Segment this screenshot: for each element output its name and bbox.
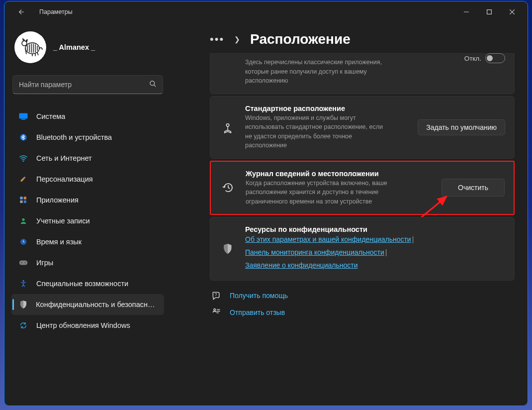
sidebar-item-apps[interactable]: Приложения — [11, 190, 164, 210]
clock-icon — [18, 237, 28, 247]
sidebar-item-time[interactable]: Время и язык — [11, 231, 164, 252]
svg-point-19 — [21, 262, 22, 263]
content: ••• ❯ Расположение Здесь перечислены кла… — [171, 22, 528, 406]
sidebar-item-label: Конфиденциальность и безопасность — [36, 301, 157, 308]
brush-icon — [18, 174, 28, 184]
wifi-icon — [18, 153, 28, 163]
svg-point-16 — [22, 218, 24, 221]
help-label: Получить помощь — [230, 292, 288, 300]
sidebar-item-label: Игры — [36, 259, 53, 267]
chevron-right-icon: ❯ — [234, 35, 240, 43]
sidebar-item-personalization[interactable]: Персонализация — [11, 169, 164, 190]
card-title: Ресурсы по конфиденциальности — [245, 225, 505, 233]
sidebar-item-network[interactable]: Сеть и Интернет — [11, 148, 164, 169]
card-desc: Здесь перечислены классические приложени… — [245, 58, 384, 86]
svg-rect-18 — [19, 261, 28, 265]
sidebar-item-label: Учетные записи — [36, 217, 90, 225]
card-location-history: Журнал сведений о местоположении Когда р… — [210, 161, 515, 215]
svg-rect-9 — [21, 119, 25, 120]
toggle-label: Откл. — [464, 55, 481, 62]
privacy-link-about[interactable]: Об этих параметрах и вашей конфиденциаль… — [245, 235, 411, 243]
avatar — [14, 31, 46, 63]
svg-rect-13 — [24, 197, 26, 199]
user-profile[interactable]: _ Almanex _ — [11, 28, 164, 72]
page-title: Расположение — [250, 31, 351, 47]
history-icon — [222, 181, 235, 194]
sidebar: _ Almanex _ Система Bluetooth и устройст… — [4, 22, 171, 406]
card-privacy-resources: Ресурсы по конфиденциальности Об этих па… — [210, 217, 515, 281]
sidebar-item-label: Приложения — [36, 196, 79, 204]
svg-rect-8 — [19, 113, 28, 119]
back-button[interactable] — [15, 6, 26, 17]
svg-line-7 — [154, 85, 156, 87]
privacy-link-dashboard[interactable]: Панель мониторинга конфиденциальности — [245, 248, 384, 256]
card-classic-apps: Здесь перечислены классические приложени… — [210, 53, 515, 94]
bluetooth-icon — [18, 132, 28, 142]
clear-button[interactable]: Очистить — [442, 179, 505, 197]
svg-point-21 — [22, 280, 24, 282]
card-title: Стандартное расположение — [245, 104, 409, 112]
svg-rect-12 — [20, 197, 22, 199]
sidebar-item-label: Сеть и Интернет — [36, 154, 92, 162]
toggle-row: Откл. — [464, 53, 505, 63]
privacy-link-statement[interactable]: Заявление о конфиденциальности — [245, 261, 357, 269]
sidebar-item-accessibility[interactable]: Специальные возможности — [11, 273, 164, 294]
window-title: Параметры — [39, 8, 73, 15]
svg-point-6 — [150, 81, 155, 85]
sidebar-item-update[interactable]: Центр обновления Windows — [11, 315, 164, 336]
help-icon: ? — [211, 291, 222, 301]
sidebar-item-bluetooth[interactable]: Bluetooth и устройства — [11, 127, 164, 148]
help-link[interactable]: ? Получить помощь — [211, 291, 515, 301]
search-input[interactable] — [19, 81, 144, 89]
sidebar-item-games[interactable]: Игры — [11, 252, 164, 273]
feedback-icon — [211, 308, 222, 317]
maximize-button[interactable] — [478, 4, 501, 20]
svg-point-5 — [22, 41, 27, 46]
card-title: Журнал сведений о местоположении — [246, 170, 433, 178]
sidebar-item-label: Bluetooth и устройства — [36, 133, 112, 141]
breadcrumb: ••• ❯ Расположение — [210, 31, 515, 47]
gamepad-icon — [18, 258, 28, 268]
card-desc: Когда расположение устройства включено, … — [246, 179, 405, 206]
apps-icon — [18, 195, 28, 205]
svg-rect-1 — [487, 10, 492, 14]
sidebar-item-privacy[interactable]: Конфиденциальность и безопасность — [11, 294, 164, 315]
card-desc: Windows, приложения и службы могут испол… — [245, 113, 389, 150]
monitor-icon — [18, 111, 28, 121]
sidebar-item-system[interactable]: Система — [11, 106, 164, 127]
nav: Система Bluetooth и устройства Сеть и Ин… — [11, 106, 164, 336]
sidebar-item-label: Система — [36, 112, 65, 120]
toggle-switch[interactable] — [485, 53, 505, 63]
svg-rect-15 — [24, 201, 26, 203]
search-box[interactable] — [12, 75, 163, 94]
sidebar-item-label: Центр обновления Windows — [36, 321, 130, 329]
feedback-label: Отправить отзыв — [230, 308, 285, 316]
accessibility-icon — [18, 279, 28, 289]
svg-point-26 — [214, 308, 216, 310]
svg-point-22 — [226, 123, 229, 126]
settings-window: Параметры — [4, 1, 528, 406]
card-default-location: Стандартное расположение Windows, прилож… — [210, 96, 515, 159]
shield-outline-icon — [221, 242, 234, 255]
svg-rect-14 — [20, 201, 22, 203]
feedback-link[interactable]: Отправить отзыв — [211, 308, 515, 317]
sidebar-item-label: Время и язык — [36, 238, 82, 246]
sync-icon — [18, 320, 28, 330]
shield-icon — [18, 300, 28, 309]
svg-point-20 — [25, 262, 26, 263]
svg-text:?: ? — [215, 292, 217, 297]
close-button[interactable] — [501, 4, 524, 20]
search-icon — [149, 80, 157, 90]
sidebar-item-label: Специальные возможности — [36, 280, 128, 288]
set-default-button[interactable]: Задать по умолчанию — [418, 119, 505, 135]
sidebar-item-label: Персонализация — [36, 175, 93, 183]
minimize-button[interactable] — [455, 4, 478, 20]
user-name: _ Almanex _ — [53, 43, 95, 51]
svg-point-11 — [23, 161, 24, 162]
map-pin-icon — [221, 121, 234, 134]
user-icon — [18, 216, 28, 226]
titlebar: Параметры — [4, 1, 528, 22]
sidebar-item-accounts[interactable]: Учетные записи — [11, 210, 164, 231]
breadcrumb-more[interactable]: ••• — [210, 33, 224, 46]
